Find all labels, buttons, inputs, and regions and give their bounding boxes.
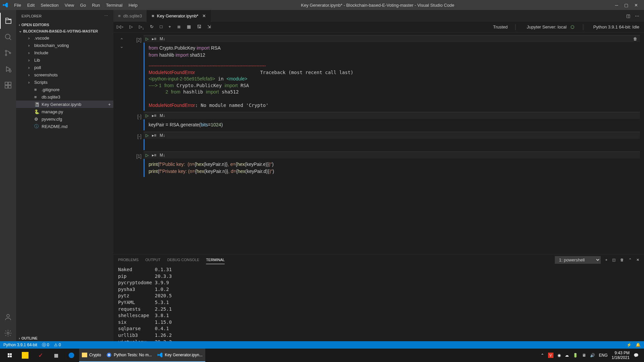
restart-kernel-icon[interactable]: ↻ [150, 24, 154, 30]
split-editor-icon[interactable]: ◫ [626, 13, 630, 18]
taskbar-app[interactable]: ✓ [33, 349, 48, 362]
save-icon[interactable]: 🖫 [197, 24, 201, 30]
tray-network-icon[interactable]: 🖥 [582, 353, 586, 358]
feedback-icon[interactable]: ⚡ [627, 343, 632, 347]
variables-icon[interactable]: ▦ [187, 24, 191, 30]
errors-count[interactable]: ⓧ 0 [42, 342, 49, 348]
panel-tab-debug-console[interactable]: DEBUG CONSOLE [167, 256, 199, 264]
markdown-icon[interactable]: M↓ [160, 133, 165, 138]
more-actions-icon[interactable]: ⋯ [635, 13, 639, 18]
menu-run[interactable]: Run [89, 1, 103, 9]
interrupt-kernel-icon[interactable]: □ [160, 24, 162, 30]
cell-code[interactable] [144, 139, 640, 150]
run-by-line-icon[interactable]: ▸≡ [152, 153, 156, 158]
export-icon[interactable]: ⇲ [207, 24, 211, 30]
notebook[interactable]: ⌃⌄[2]▷▸≡M↓🗑from Crypto.PublicKey import … [113, 33, 644, 254]
tree-item[interactable]: ›poll [16, 64, 113, 71]
tree-item[interactable]: ›.vscode [16, 34, 113, 42]
notebook-cell[interactable]: [-]▷▸≡M↓keyPair = RSA.generate(bits=1024… [113, 112, 640, 130]
taskbar-chrome[interactable]: Python Tests: No m... [104, 349, 155, 362]
tree-item[interactable]: 📓Key Generator.ipynb+ [16, 101, 113, 108]
tray-action-center-icon[interactable]: 💬 [634, 353, 639, 358]
maximize-panel-icon[interactable]: ⌃ [629, 258, 632, 262]
tray-volume-icon[interactable]: 🔊 [590, 353, 595, 358]
maximize-icon[interactable]: ▢ [624, 3, 628, 8]
markdown-icon[interactable]: M↓ [160, 37, 165, 41]
taskbar-app[interactable]: ▦ [48, 349, 64, 362]
panel-tab-terminal[interactable]: TERMINAL [206, 256, 225, 264]
cell-code[interactable]: from Crypto.PublicKey import RSA from ha… [144, 43, 640, 61]
outline-section[interactable]: › OUTLINE [16, 335, 113, 341]
add-cell-icon[interactable]: + [168, 24, 171, 30]
new-terminal-icon[interactable]: + [605, 258, 607, 262]
run-by-line-icon[interactable]: ▸≡ [152, 113, 156, 118]
tree-item[interactable]: ›Include [16, 49, 113, 56]
notifications-icon[interactable]: 🔔 [636, 343, 641, 347]
tray-lang[interactable]: ENG [599, 353, 608, 358]
tree-item[interactable]: ≡.gitignore [16, 86, 113, 93]
workspace-section[interactable]: ⌄ BLOCKCHAIN-BASED-E-VOTING-MASTER [16, 28, 113, 34]
tray-battery-icon[interactable]: 🔋 [573, 353, 578, 358]
menu-selection[interactable]: Selection [38, 1, 61, 9]
tray-app-icon[interactable]: V [548, 353, 553, 358]
run-below-icon[interactable]: ▷↓ [139, 24, 144, 30]
menu-terminal[interactable]: Terminal [103, 1, 125, 9]
taskbar-explorer[interactable]: Crypto [79, 349, 104, 362]
panel-tab-output[interactable]: OUTPUT [145, 256, 160, 264]
cell-code[interactable]: print(f"Public key: (n={hex(keyPair.n)},… [144, 159, 640, 177]
run-by-line-icon[interactable]: ▸≡ [152, 133, 156, 138]
add-cell-inline-icon[interactable]: + [108, 102, 111, 107]
run-cell-icon[interactable]: ▷ [146, 113, 149, 118]
markdown-icon[interactable]: M↓ [160, 153, 165, 158]
notebook-cell[interactable]: [-]▷▸≡M↓ [113, 132, 640, 150]
extensions-icon[interactable] [0, 77, 16, 93]
tray-steam-icon[interactable]: ◉ [557, 353, 561, 358]
close-tab-icon[interactable]: ✕ [202, 13, 206, 18]
tab-db-sqlite3[interactable]: ≡ db.sqlite3 [113, 10, 147, 22]
run-cell-icon[interactable]: ▷ [146, 153, 149, 158]
markdown-icon[interactable]: M↓ [160, 113, 165, 118]
search-icon[interactable] [0, 29, 16, 45]
tree-item[interactable]: ›Lib [16, 56, 113, 64]
account-icon[interactable] [0, 309, 16, 325]
source-control-icon[interactable] [0, 45, 16, 61]
menu-go[interactable]: Go [77, 1, 89, 9]
tree-item[interactable]: ⚙pyvenv.cfg [16, 115, 113, 123]
warnings-count[interactable]: ⚠ 0 [54, 343, 61, 347]
run-above-icon[interactable]: ▷ [129, 24, 133, 30]
run-by-line-icon[interactable]: ▸≡ [152, 37, 156, 41]
clear-outputs-icon[interactable]: ≣ [177, 24, 181, 30]
settings-icon[interactable] [0, 325, 16, 341]
tree-item[interactable]: ›screenshots [16, 71, 113, 78]
tree-item[interactable]: 🐍manage.py [16, 108, 113, 115]
run-debug-icon[interactable] [0, 61, 16, 77]
minimize-icon[interactable]: ─ [615, 3, 618, 8]
open-editors-section[interactable]: › OPEN EDITORS [16, 22, 113, 28]
run-all-icon[interactable]: ▷▷ [117, 24, 123, 30]
kill-terminal-icon[interactable]: 🗑 [620, 258, 624, 262]
close-panel-icon[interactable]: ✕ [636, 258, 639, 262]
tree-item[interactable]: ≡db.sqlite3 [16, 93, 113, 101]
tray-cloud-icon[interactable]: ☁ [565, 353, 569, 358]
panel-tab-problems[interactable]: PROBLEMS [118, 256, 139, 264]
menu-view[interactable]: View [62, 1, 77, 9]
move-cell-up-icon[interactable]: ⌃ [120, 37, 124, 43]
split-terminal-icon[interactable]: ◫ [612, 258, 615, 262]
taskbar-vscode[interactable]: Key Generator.ipyn... [155, 349, 205, 362]
tree-item[interactable]: ›blockchain_voting [16, 42, 113, 49]
notebook-cell[interactable]: ⌃⌄[2]▷▸≡M↓🗑from Crypto.PublicKey import … [113, 35, 640, 111]
python-version[interactable]: Python 3.9.1 64-bit [3, 343, 37, 347]
close-icon[interactable]: ✕ [634, 3, 638, 8]
terminal-selector[interactable]: 1: powershell [555, 256, 601, 264]
menu-help[interactable]: Help [126, 1, 140, 9]
terminal-content[interactable]: Naked 0.1.31 pip 20.3.3 pycryptodome 3.9… [113, 265, 644, 341]
taskbar-app[interactable] [17, 349, 33, 362]
explorer-icon[interactable] [0, 13, 16, 29]
tray-chevron-icon[interactable]: ⌃ [541, 353, 544, 358]
menu-file[interactable]: File [11, 1, 24, 9]
kernel-label[interactable]: Python 3.9.1 64-bit: Idle [592, 24, 641, 29]
run-cell-icon[interactable]: ▷ [146, 37, 149, 41]
tray-clock[interactable]: 9:43 PM 1/18/2021 [612, 351, 630, 360]
tab-key-generator[interactable]: ≡ Key Generator.ipynb* ✕ [147, 10, 211, 22]
move-cell-down-icon[interactable]: ⌄ [120, 44, 124, 49]
